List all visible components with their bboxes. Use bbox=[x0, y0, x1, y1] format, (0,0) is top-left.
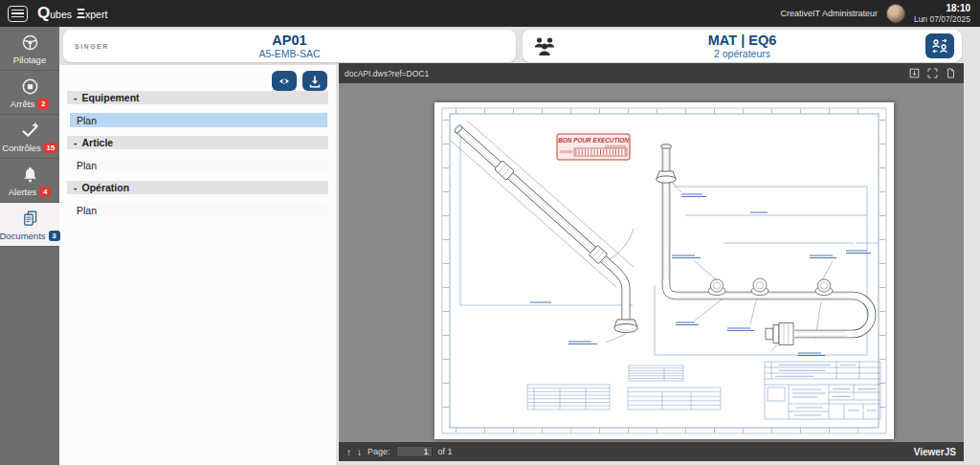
section-article[interactable]: - Article bbox=[67, 136, 328, 149]
arrets-count-badge: 2 bbox=[37, 99, 49, 109]
doc-item-label: Plan bbox=[77, 160, 97, 171]
station-card: SINGER AP01 A5-EMB-SAC bbox=[63, 30, 516, 62]
section-title: Article bbox=[82, 137, 114, 148]
station-title: AP01 bbox=[63, 33, 516, 49]
viewer-doc-title: docAPI.dws?ref=DOC1 bbox=[339, 69, 429, 78]
documents-count-badge: 3 bbox=[49, 231, 60, 241]
sidebar-nav: Pilotage Arrêts 2 Contrôles 15 Alertes bbox=[0, 27, 59, 465]
app-logo: QubesΞxpert bbox=[37, 4, 107, 23]
time: 18:10 bbox=[914, 3, 970, 14]
sidebar-label: Pilotage bbox=[13, 55, 46, 65]
station-brand: SINGER bbox=[75, 43, 109, 50]
viewer-canvas[interactable]: BON POUR EXECUTION bbox=[339, 83, 964, 442]
clock: 18:10 Lun 07/07/2025 bbox=[914, 3, 970, 24]
section-title: Equipement bbox=[82, 92, 140, 103]
sidebar-label: Alertes bbox=[9, 187, 37, 197]
viewerjs-brand: ViewerJS bbox=[914, 447, 956, 457]
operator-swap-icon bbox=[930, 37, 949, 55]
collapse-icon: - bbox=[74, 182, 78, 193]
doc-item-equipement-plan[interactable]: Plan bbox=[70, 113, 327, 127]
document-viewer: docAPI.dws?ref=DOC1 bbox=[339, 63, 964, 461]
operator-swap-button[interactable] bbox=[925, 33, 954, 58]
section-title: Opération bbox=[82, 182, 130, 193]
viewer-title-bar: docAPI.dws?ref=DOC1 bbox=[339, 63, 964, 83]
header-row: SINGER AP01 A5-EMB-SAC MAT | EQ6 2 opéra… bbox=[59, 27, 980, 65]
station-subtitle: A5-EMB-SAC bbox=[63, 48, 516, 59]
save-page-icon[interactable] bbox=[909, 68, 920, 78]
user-avatar[interactable] bbox=[886, 4, 905, 23]
documents-panel: - Equipement Plan - Article Plan - Opéra… bbox=[59, 65, 336, 465]
page-up-button[interactable]: ↑ bbox=[346, 447, 351, 457]
fullscreen-icon[interactable] bbox=[927, 68, 938, 78]
logged-in-user: CreativeIT Administrateur bbox=[781, 9, 878, 18]
controles-count-badge: 15 bbox=[44, 143, 57, 153]
bell-icon bbox=[20, 165, 40, 185]
sidebar-item-pilotage[interactable]: Pilotage bbox=[0, 27, 59, 71]
section-equipement[interactable]: - Equipement bbox=[67, 91, 328, 104]
page-number-input[interactable] bbox=[396, 446, 433, 457]
doc-item-label: Plan bbox=[77, 115, 97, 126]
technical-drawing-pipe-plan: BON POUR EXECUTION bbox=[434, 102, 894, 439]
document-tree: - Equipement Plan - Article Plan - Opéra… bbox=[67, 91, 328, 217]
doc-item-article-plan[interactable]: Plan bbox=[70, 158, 327, 172]
drawing-page: BON POUR EXECUTION bbox=[434, 102, 894, 439]
stamp-text: BON POUR EXECUTION bbox=[558, 137, 629, 144]
doc-item-operation-plan[interactable]: Plan bbox=[70, 203, 327, 217]
sidebar-item-controles[interactable]: Contrôles 15 bbox=[0, 115, 59, 159]
collapse-icon: - bbox=[74, 137, 78, 148]
preview-document-button[interactable] bbox=[272, 71, 297, 91]
logo-q: Q bbox=[37, 4, 50, 23]
viewer-toolbar: ↑ ↓ Page: of 1 ViewerJS bbox=[339, 442, 964, 461]
eye-icon bbox=[277, 74, 292, 89]
bon-pour-execution-stamp: BON POUR EXECUTION bbox=[557, 134, 630, 160]
data-tables bbox=[527, 365, 721, 410]
sidebar-label: Documents bbox=[0, 231, 46, 241]
page-down-button[interactable]: ↓ bbox=[357, 447, 362, 457]
sidebar-label: Arrêts bbox=[11, 99, 34, 109]
title-block-text-placeholders bbox=[775, 365, 877, 415]
date: Lun 07/07/2025 bbox=[914, 14, 970, 24]
top-bar: QubesΞxpert CreativeIT Administrateur 18… bbox=[0, 0, 980, 27]
alertes-count-badge: 4 bbox=[39, 187, 51, 197]
page-label: Page: bbox=[368, 447, 390, 456]
sidebar-item-alertes[interactable]: Alertes 4 bbox=[0, 159, 59, 203]
hamburger-menu-icon[interactable] bbox=[8, 6, 28, 22]
download-document-button[interactable] bbox=[302, 71, 327, 91]
check-plus-icon bbox=[20, 121, 40, 141]
stop-circle-icon bbox=[20, 77, 40, 97]
document-pages-icon bbox=[20, 209, 40, 229]
people-group-icon bbox=[532, 35, 557, 56]
sidebar-item-arrets[interactable]: Arrêts 2 bbox=[0, 71, 59, 115]
page-total: of 1 bbox=[438, 447, 453, 456]
sidebar-item-documents[interactable]: Documents 3 bbox=[0, 203, 59, 247]
sidebar-label: Contrôles bbox=[2, 143, 41, 153]
team-title: MAT | EQ6 bbox=[523, 33, 962, 49]
doc-item-label: Plan bbox=[77, 205, 97, 216]
section-operation[interactable]: - Opération bbox=[67, 181, 328, 194]
collapse-icon: - bbox=[74, 92, 78, 103]
steering-wheel-icon bbox=[20, 33, 40, 53]
download-icon bbox=[307, 74, 323, 89]
logo-e: Ξ bbox=[77, 6, 85, 21]
team-card: MAT | EQ6 2 opérateurs bbox=[523, 30, 962, 62]
team-subtitle: 2 opérateurs bbox=[523, 48, 962, 59]
page-mode-icon[interactable] bbox=[946, 68, 956, 78]
